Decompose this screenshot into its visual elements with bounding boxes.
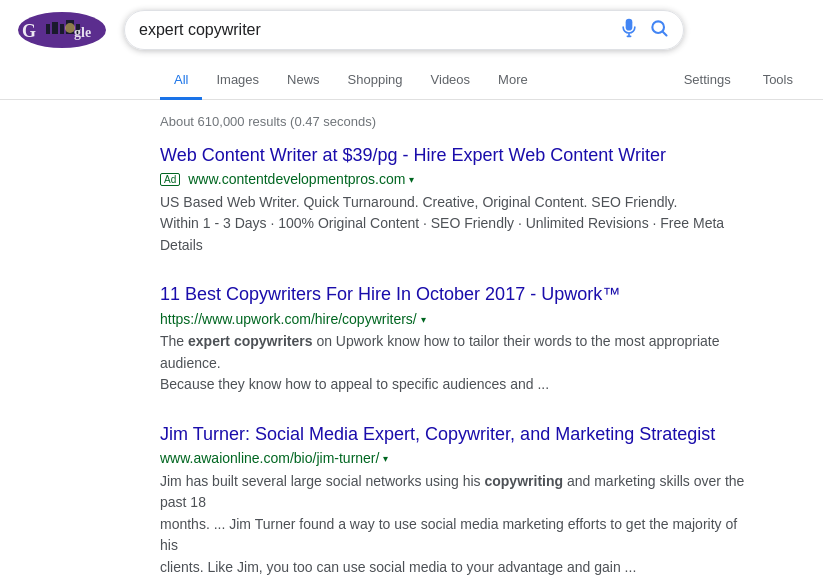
result-snippet: US Based Web Writer. Quick Turnaround. C… [160, 192, 750, 257]
result-item: Web Content Writer at $39/pg - Hire Expe… [160, 143, 750, 256]
result-url-row: https://www.upwork.com/hire/copywriters/… [160, 310, 750, 330]
svg-rect-1 [46, 24, 50, 34]
header: G gle expert copywriter [0, 0, 823, 50]
svg-rect-3 [60, 24, 64, 34]
svg-rect-2 [52, 22, 58, 34]
tab-shopping[interactable]: Shopping [334, 62, 417, 100]
results-area: About 610,000 results (0.47 seconds) Web… [0, 100, 760, 580]
result-title[interactable]: Jim Turner: Social Media Expert, Copywri… [160, 422, 750, 447]
result-item: Jim Turner: Social Media Expert, Copywri… [160, 422, 750, 579]
search-bar[interactable]: expert copywriter [124, 10, 684, 50]
dropdown-arrow-icon: ▾ [421, 314, 426, 325]
svg-text:gle: gle [74, 25, 91, 40]
svg-text:G: G [22, 21, 36, 41]
result-url: https://www.upwork.com/hire/copywriters/ [160, 310, 417, 330]
tab-all[interactable]: All [160, 62, 202, 100]
ad-badge: Ad [160, 173, 180, 186]
result-title[interactable]: Web Content Writer at $39/pg - Hire Expe… [160, 143, 750, 168]
nav-tabs: All Images News Shopping Videos More Set… [0, 54, 823, 100]
dropdown-arrow-icon: ▾ [383, 453, 388, 464]
result-title[interactable]: 11 Best Copywriters For Hire In October … [160, 282, 750, 307]
tab-news[interactable]: News [273, 62, 334, 100]
result-url: www.awaionline.com/bio/jim-turner/ [160, 449, 379, 469]
result-snippet: Jim has built several large social netwo… [160, 471, 750, 579]
tab-images[interactable]: Images [202, 62, 273, 100]
result-url: www.contentdevelopmentpros.com [188, 170, 405, 190]
tab-videos[interactable]: Videos [417, 62, 485, 100]
result-snippet: The expert copywriters on Upwork know ho… [160, 331, 750, 396]
result-url-row: www.awaionline.com/bio/jim-turner/ ▾ [160, 449, 750, 469]
result-url-row: Ad www.contentdevelopmentpros.com ▾ [160, 170, 750, 190]
results-count: About 610,000 results (0.47 seconds) [160, 108, 760, 143]
search-icon[interactable] [649, 18, 669, 42]
tab-settings[interactable]: Settings [670, 62, 745, 100]
logo[interactable]: G gle [16, 10, 108, 50]
result-item: 11 Best Copywriters For Hire In October … [160, 282, 750, 395]
dropdown-arrow-icon: ▾ [409, 174, 414, 185]
search-input[interactable]: expert copywriter [139, 21, 619, 39]
mic-icon[interactable] [619, 18, 639, 42]
tab-tools[interactable]: Tools [749, 62, 807, 100]
tab-more[interactable]: More [484, 62, 542, 100]
